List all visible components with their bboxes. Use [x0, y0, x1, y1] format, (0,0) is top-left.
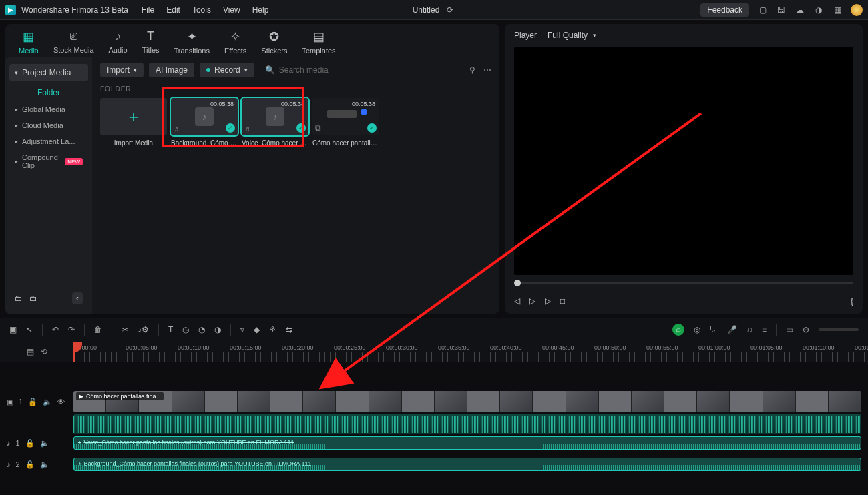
- user-avatar[interactable]: [851, 4, 863, 16]
- feedback-button[interactable]: Feedback: [700, 3, 749, 17]
- next-frame-icon[interactable]: ▷: [545, 296, 551, 306]
- layout-icon[interactable]: ▢: [757, 5, 768, 15]
- player-header: Player Full Quality▾: [505, 24, 863, 47]
- media-thumb-background[interactable]: 00:05:38♪♬✓ Background_Cómo ha...: [171, 98, 238, 147]
- eye-icon[interactable]: 👁: [57, 398, 65, 406]
- fit-icon[interactable]: ▭: [786, 325, 793, 334]
- audio-track-icon: ♪: [7, 460, 11, 468]
- apps-grid-icon[interactable]: ▦: [832, 5, 843, 15]
- tab-effects[interactable]: ✧Effects: [224, 29, 246, 55]
- tab-media[interactable]: ▦Media: [19, 29, 39, 55]
- timeline-tracks: ▣1🔓🔈👁 ▶Cómo hacer pantallas fina... ♪1🔓🔈…: [0, 362, 868, 471]
- tab-stock-media[interactable]: ⎚Stock Media: [53, 29, 94, 55]
- quality-select[interactable]: Full Quality▾: [548, 31, 596, 40]
- effects-tl-icon[interactable]: ⚘: [269, 325, 276, 334]
- headphones-icon[interactable]: ◑: [813, 5, 824, 15]
- collapse-sidebar-icon[interactable]: ‹: [72, 292, 83, 304]
- select-tool-icon[interactable]: ↖: [26, 325, 33, 334]
- menu-view[interactable]: View: [223, 5, 240, 15]
- speed-icon[interactable]: ◔: [198, 325, 205, 334]
- mixer-icon[interactable]: ≡: [762, 325, 767, 334]
- zoom-slider[interactable]: [819, 328, 859, 331]
- audio-clip-voice[interactable]: ♪Voice_Cómo hacer pantallas finales (out…: [73, 436, 861, 450]
- sidebar-item-compound-clip[interactable]: ▸Compound ClipNEW: [9, 149, 88, 173]
- menu-file[interactable]: File: [142, 5, 154, 15]
- prev-frame-icon[interactable]: ◁: [514, 296, 520, 306]
- undo-icon[interactable]: ↶: [52, 325, 59, 334]
- redo-icon[interactable]: ↷: [68, 325, 75, 334]
- upload-cloud-icon[interactable]: ☁: [795, 5, 805, 15]
- color-icon[interactable]: ◑: [214, 325, 221, 334]
- more-icon[interactable]: ⋯: [483, 65, 491, 75]
- sidebar-item-adjustment-layer[interactable]: ▸Adjustment La...: [9, 133, 88, 149]
- audio-icon: ♪: [115, 29, 121, 43]
- chevron-right-icon: ▸: [15, 106, 18, 113]
- clip-play-icon: ▶: [79, 393, 83, 400]
- cloud-sync-icon[interactable]: ⟳: [445, 5, 455, 15]
- audio-edit-icon[interactable]: ♪⚙: [138, 325, 149, 334]
- timeline-toolbar: ▣ ↖ ↶ ↷ 🗑 ✂ ♪⚙ T ◷ ◔ ◑ ▿ ◆ ⚘ ⇆ ☺ ◎ ⛉ 🎤 ♫…: [0, 318, 868, 342]
- link-icon[interactable]: ⇆: [286, 325, 292, 334]
- video-audio-clip[interactable]: [73, 414, 861, 434]
- playhead[interactable]: [73, 342, 75, 362]
- mute-icon[interactable]: 🔈: [43, 398, 52, 406]
- filter-icon[interactable]: ⚲: [469, 65, 475, 75]
- plus-icon: +: [128, 107, 138, 127]
- project-media-header[interactable]: ▾Project Media: [9, 64, 88, 81]
- sidebar-item-global-media[interactable]: ▸Global Media: [9, 101, 88, 117]
- video-clip[interactable]: ▶Cómo hacer pantallas fina...: [73, 391, 861, 412]
- ai-image-button[interactable]: AI Image: [149, 63, 194, 77]
- effects-icon: ✧: [230, 29, 240, 44]
- seek-bar[interactable]: [514, 282, 853, 284]
- tab-stickers[interactable]: ✪Stickers: [261, 29, 287, 55]
- media-thumb-video[interactable]: 00:05:38 ⧉ ✓ Cómo hacer pantallas ...: [312, 98, 379, 147]
- tab-templates[interactable]: ▤Templates: [302, 29, 335, 55]
- record-button[interactable]: Record▾: [200, 63, 254, 77]
- seek-knob[interactable]: [514, 280, 521, 286]
- marker-icon[interactable]: ▿: [240, 325, 244, 334]
- play-icon[interactable]: ▷: [529, 296, 535, 306]
- sidebar-item-cloud-media[interactable]: ▸Cloud Media: [9, 117, 88, 133]
- cursor-tool-icon[interactable]: ▣: [9, 325, 17, 334]
- lock-icon[interactable]: 🔓: [28, 398, 37, 406]
- tab-audio[interactable]: ♪Audio: [109, 29, 128, 55]
- magnet-icon[interactable]: ⟲: [41, 347, 47, 356]
- menu-edit[interactable]: Edit: [166, 5, 180, 15]
- zoom-out-icon[interactable]: ⊖: [803, 325, 809, 334]
- tab-titles[interactable]: TTitles: [142, 29, 160, 55]
- mute-icon[interactable]: 🔈: [40, 460, 49, 469]
- adjust-icon[interactable]: ◎: [694, 325, 700, 334]
- keyframe-icon[interactable]: ◆: [254, 325, 260, 334]
- delete-icon[interactable]: 🗑: [94, 325, 102, 334]
- video-audio-wave: [0, 414, 868, 434]
- split-icon[interactable]: ✂: [122, 325, 128, 334]
- new-bin-icon[interactable]: 🗀: [29, 294, 37, 303]
- save-icon[interactable]: 🖫: [776, 5, 787, 15]
- import-button[interactable]: Import▾: [100, 63, 144, 77]
- templates-icon: ▤: [313, 29, 324, 44]
- shield-icon[interactable]: ⛉: [710, 325, 718, 334]
- mute-icon[interactable]: 🔈: [40, 439, 49, 448]
- track-options-icon[interactable]: ▤: [27, 347, 34, 356]
- timeline-ruler[interactable]: 00:00:0000:00:05:0000:00:10:0000:00:15:0…: [73, 342, 868, 362]
- menu-tools[interactable]: Tools: [192, 5, 211, 15]
- import-media-tile[interactable]: + Import Media: [100, 98, 167, 147]
- preview-viewport[interactable]: [514, 47, 853, 275]
- video-track: ▣1🔓🔈👁 ▶Cómo hacer pantallas fina...: [0, 391, 868, 412]
- music-tl-icon[interactable]: ♫: [746, 325, 752, 334]
- menu-help[interactable]: Help: [252, 5, 269, 15]
- text-icon[interactable]: T: [168, 325, 173, 334]
- crop-icon[interactable]: ◷: [182, 325, 189, 334]
- ai-assist-icon[interactable]: ☺: [672, 324, 684, 336]
- folder-label[interactable]: Folder: [9, 84, 88, 101]
- search-input[interactable]: 🔍Search media: [260, 63, 464, 77]
- audio-clip-background[interactable]: ♪Background_Cómo hacer pantallas finales…: [73, 458, 861, 471]
- lock-icon[interactable]: 🔓: [25, 439, 35, 448]
- new-folder-icon[interactable]: 🗀: [15, 294, 23, 303]
- media-thumb-voice[interactable]: 00:05:38♪♬✓ Voice_Cómo hacer pa...: [242, 98, 308, 147]
- stop-icon[interactable]: □: [560, 296, 565, 306]
- tab-transitions[interactable]: ✦Transitions: [174, 29, 210, 55]
- lock-icon[interactable]: 🔓: [25, 460, 35, 469]
- expand-icon[interactable]: {: [851, 296, 853, 306]
- mic-icon[interactable]: 🎤: [727, 325, 737, 334]
